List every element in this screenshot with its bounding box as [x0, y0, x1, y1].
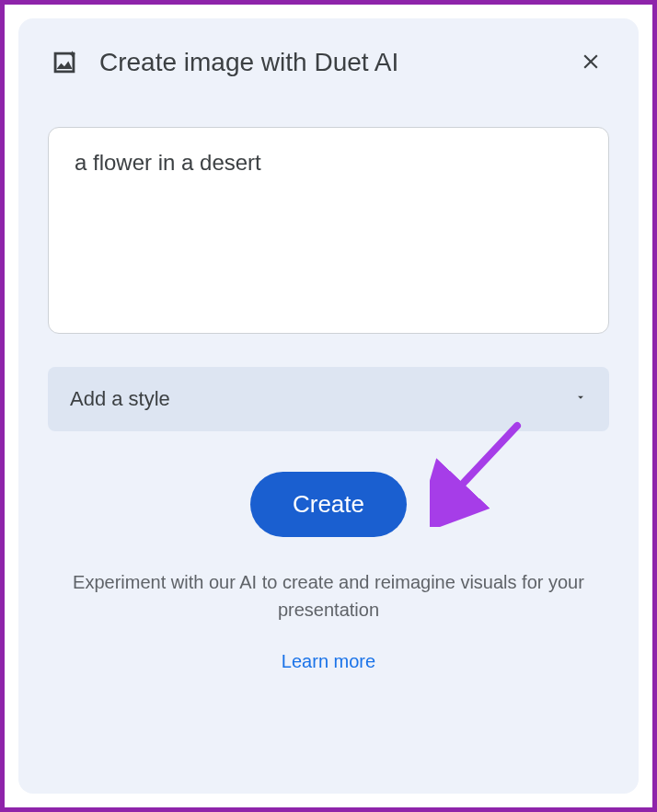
experiment-description: Experiment with our AI to create and rei… — [48, 568, 609, 623]
close-button[interactable] — [572, 44, 609, 81]
style-dropdown-label: Add a style — [70, 387, 170, 411]
learn-more-link[interactable]: Learn more — [48, 651, 609, 672]
panel-title: Create image with Duet AI — [99, 48, 554, 77]
arrow-annotation — [430, 417, 540, 531]
panel-header: Create image with Duet AI — [48, 44, 609, 81]
style-dropdown[interactable]: Add a style — [48, 367, 609, 431]
svg-line-1 — [448, 426, 517, 499]
prompt-input[interactable] — [75, 150, 582, 201]
create-button[interactable]: Create — [250, 472, 407, 537]
chevron-down-icon — [574, 391, 587, 407]
close-icon — [579, 50, 603, 76]
prompt-input-container[interactable] — [48, 127, 609, 334]
sparkle-image-icon — [48, 46, 81, 79]
duet-ai-panel: Create image with Duet AI Add a style — [18, 18, 639, 794]
create-button-container: Create — [48, 472, 609, 537]
